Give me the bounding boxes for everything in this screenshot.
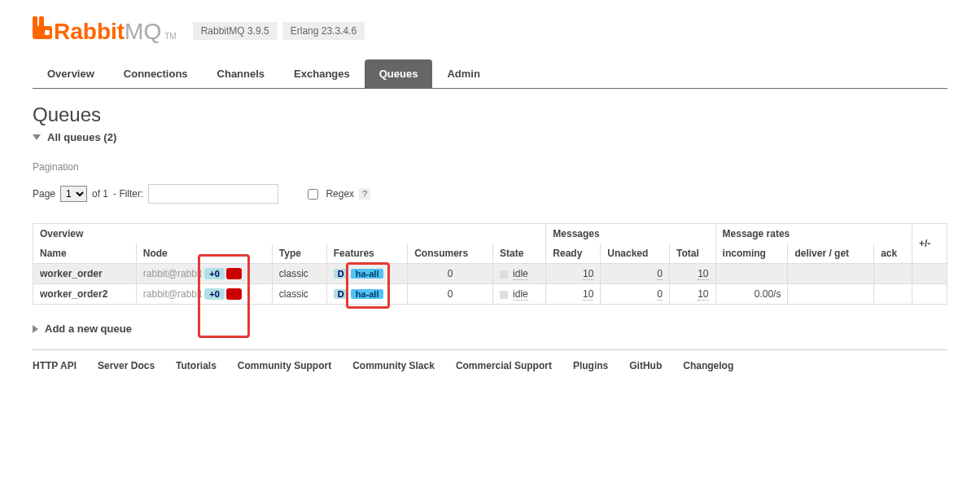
svg-rect-1	[39, 16, 44, 28]
col-group-overview: Overview	[33, 224, 546, 244]
version-badge: RabbitMQ 3.9.5	[193, 22, 278, 40]
table-row: worker_order rabbit@rabbit +0 classic Dh…	[33, 264, 947, 284]
col-type[interactable]: Type	[272, 244, 326, 264]
state-icon	[500, 291, 508, 299]
pagination-heading: Pagination	[33, 161, 947, 173]
consumers-cell: 0	[408, 264, 493, 284]
col-features[interactable]: Features	[326, 244, 407, 264]
col-name[interactable]: Name	[33, 244, 137, 264]
col-state[interactable]: State	[493, 244, 546, 264]
queues-table: Overview Messages Message rates +/- Name…	[33, 223, 947, 305]
footer-community-slack[interactable]: Community Slack	[352, 360, 435, 371]
add-queue-label: Add a new queue	[45, 323, 132, 335]
type-cell: classic	[272, 284, 326, 305]
chevron-down-icon	[33, 134, 41, 140]
footer-http-api[interactable]: HTTP API	[33, 360, 77, 371]
durable-badge: D	[334, 269, 348, 279]
footer-community-support[interactable]: Community Support	[238, 360, 331, 371]
mirror-down-badge	[226, 268, 242, 279]
nav-channels[interactable]: Channels	[203, 59, 280, 88]
total-cell: 10	[698, 268, 708, 280]
page-select[interactable]: 1	[60, 186, 87, 202]
svg-rect-0	[33, 16, 37, 28]
of-pages: of 1	[92, 188, 108, 200]
unacked-cell: 0	[657, 268, 663, 280]
svg-rect-3	[45, 30, 50, 35]
logo[interactable]: RabbitMQ TM	[33, 16, 177, 45]
chevron-right-icon	[33, 325, 38, 333]
regex-checkbox[interactable]	[308, 189, 318, 200]
col-incoming[interactable]: incoming	[715, 244, 788, 264]
footer-github[interactable]: GitHub	[629, 360, 662, 371]
col-node[interactable]: Node	[136, 244, 272, 264]
incoming-cell: 0.00/s	[715, 284, 788, 305]
logo-text-mq: MQ	[125, 19, 161, 45]
col-deliver[interactable]: deliver / get	[788, 244, 874, 264]
col-total[interactable]: Total	[669, 244, 715, 264]
footer-tutorials[interactable]: Tutorials	[176, 360, 217, 371]
col-group-rates: Message rates	[715, 224, 912, 244]
total-cell: 10	[698, 288, 708, 301]
deliver-cell	[788, 284, 874, 305]
mirror-badge: +0	[204, 268, 225, 279]
filter-label: - Filter:	[113, 188, 143, 200]
footer-changelog[interactable]: Changelog	[683, 360, 733, 371]
deliver-cell	[788, 264, 874, 284]
node-text: rabbit@rabbit	[143, 268, 202, 279]
rabbit-icon	[33, 16, 52, 39]
footer-commercial-support[interactable]: Commercial Support	[456, 360, 552, 371]
queue-link[interactable]: worker_order2	[40, 288, 107, 300]
filter-input[interactable]	[148, 184, 278, 204]
incoming-cell	[715, 264, 788, 284]
logo-tm: TM	[164, 32, 176, 41]
type-cell: classic	[272, 264, 326, 284]
col-ready[interactable]: Ready	[546, 244, 601, 264]
nav-queues[interactable]: Queues	[365, 59, 433, 88]
ha-policy-badge: ha-all	[351, 269, 384, 279]
state-text: idle	[513, 288, 528, 301]
add-queue-toggle[interactable]: Add a new queue	[33, 321, 947, 336]
footer-server-docs[interactable]: Server Docs	[98, 360, 155, 371]
header: RabbitMQ TM RabbitMQ 3.9.5 Erlang 23.3.4…	[33, 16, 947, 45]
unacked-cell: 0	[657, 288, 663, 301]
footer-plugins[interactable]: Plugins	[573, 360, 608, 371]
regex-label: Regex	[326, 188, 354, 200]
pagination-controls: Page 1 of 1 - Filter: Regex ?	[33, 184, 947, 204]
consumers-cell: 0	[408, 284, 493, 305]
columns-toggle[interactable]: +/-	[912, 224, 947, 264]
logo-text-rabbit: Rabbit	[54, 19, 125, 45]
footer: HTTP API Server Docs Tutorials Community…	[33, 349, 947, 371]
col-ack[interactable]: ack	[874, 244, 912, 264]
nav-admin[interactable]: Admin	[432, 59, 494, 88]
state-text: idle	[513, 268, 528, 280]
col-unacked[interactable]: Unacked	[601, 244, 670, 264]
ready-cell: 10	[583, 288, 593, 301]
mirror-down-badge	[226, 288, 242, 300]
state-icon	[500, 270, 508, 279]
main-nav: Overview Connections Channels Exchanges …	[33, 59, 947, 89]
queue-link[interactable]: worker_order	[40, 268, 103, 279]
mirror-badge: +0	[204, 288, 225, 300]
ha-policy-badge: ha-all	[351, 289, 384, 299]
all-queues-label: All queues (2)	[47, 131, 116, 143]
erlang-badge: Erlang 23.3.4.6	[282, 22, 365, 40]
help-icon[interactable]: ?	[359, 188, 370, 200]
nav-exchanges[interactable]: Exchanges	[279, 59, 365, 88]
page-title: Queues	[33, 103, 947, 126]
col-group-messages: Messages	[546, 224, 715, 244]
all-queues-toggle[interactable]: All queues (2)	[33, 130, 947, 145]
col-consumers[interactable]: Consumers	[408, 244, 493, 264]
node-text: rabbit@rabbit	[143, 288, 202, 300]
nav-overview[interactable]: Overview	[33, 59, 109, 88]
ready-cell: 10	[583, 268, 593, 280]
nav-connections[interactable]: Connections	[109, 59, 203, 88]
ack-cell	[874, 264, 912, 284]
ack-cell	[874, 284, 912, 305]
page-label: Page	[33, 188, 55, 200]
durable-badge: D	[334, 289, 348, 299]
table-row: worker_order2 rabbit@rabbit +0 classic D…	[33, 284, 947, 305]
